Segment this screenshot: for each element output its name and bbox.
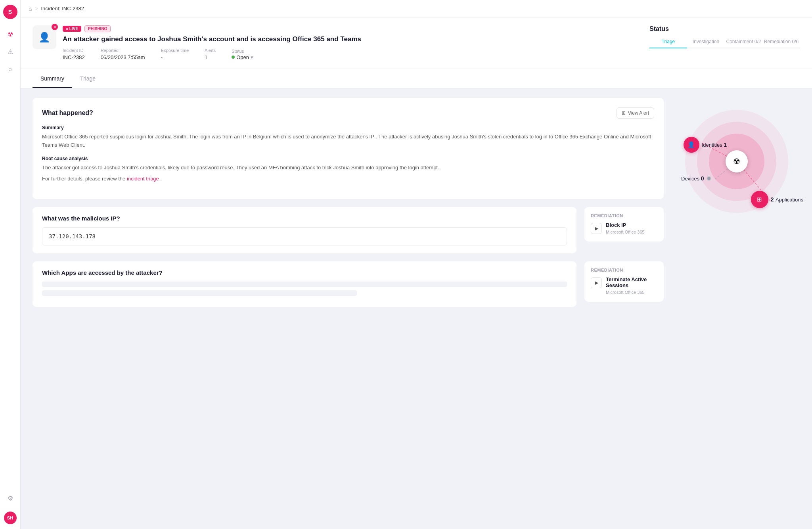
center-threat-icon: ☢ <box>726 150 748 172</box>
ip-value: 37.120.143.178 <box>42 227 567 245</box>
breadcrumb-incident: Incident: INC-2382 <box>41 6 84 12</box>
remediation-item-1: ▶ Block IP Microsoft Office 365 <box>591 222 657 235</box>
tab-summary[interactable]: Summary <box>33 69 72 88</box>
remediation-label-1: Remediation <box>591 213 657 218</box>
threat-circles: ☢ 👤 Identities 1 Devices <box>681 106 792 217</box>
devices-label: Devices 0 <box>681 175 704 182</box>
sidebar: S ☢ ⚠ ⌕ ⚙ SH <box>0 0 21 529</box>
sidebar-item-alerts[interactable]: ⚠ <box>3 44 17 59</box>
user-avatar[interactable]: SH <box>4 512 17 524</box>
incident-title: An attacker gained access to Joshua Smit… <box>63 35 643 43</box>
block-ip-remediation: Remediation ▶ Block IP Microsoft Office … <box>584 207 664 242</box>
incident-main-info: ● LIVE PHISHING An attacker gained acces… <box>63 25 643 61</box>
badge-live: ● LIVE <box>63 26 81 32</box>
body-right: ☢ 👤 Identities 1 Devices <box>673 98 800 307</box>
status-open[interactable]: Open ▾ <box>232 54 253 60</box>
incident-icon: 👤 ⚙ <box>33 25 56 49</box>
incident-triage-link[interactable]: incident triage <box>127 176 161 182</box>
attacker-apps-question: Which Apps are accessed by the attacker? <box>42 269 567 276</box>
block-ip-icon: ▶ <box>591 223 602 234</box>
status-tab-triage[interactable]: Triage <box>649 39 687 48</box>
incident-meta: Incident ID INC-2382 Reported 06/20/2023… <box>63 48 643 61</box>
view-alert-button[interactable]: ⊞ View Alert <box>617 107 654 119</box>
applications-node: ⊞ 2 Applications <box>751 191 803 208</box>
section-header: What happened? ⊞ View Alert <box>42 107 654 119</box>
topbar: ⌂ > Incident: INC-2382 <box>21 0 812 17</box>
devices-dot <box>707 176 711 181</box>
applications-icon: ⊞ <box>751 191 768 208</box>
badge-phishing: PHISHING <box>84 25 111 32</box>
remediation-label-2: Remediation <box>591 268 657 272</box>
status-section: Status Triage Investigation Containment … <box>649 25 800 48</box>
terminate-sessions-remediation: Remediation ▶ Terminate Active Sessions … <box>584 261 664 302</box>
sidebar-item-settings[interactable]: ⚙ <box>3 491 17 505</box>
threat-visualization: ☢ 👤 Identities 1 Devices <box>673 98 800 225</box>
devices-node: Devices 0 <box>681 175 711 182</box>
what-happened-section: What happened? ⊞ View Alert Summary Micr… <box>33 98 664 199</box>
body-layout: What happened? ⊞ View Alert Summary Micr… <box>21 88 812 316</box>
main-area: ⌂ > Incident: INC-2382 👤 ⚙ <box>21 0 812 529</box>
identities-icon: 👤 <box>684 137 699 153</box>
attacker-apps-card: Which Apps are accessed by the attacker? <box>33 261 576 307</box>
what-happened-title: What happened? <box>42 109 93 117</box>
malicious-ip-card: What was the malicious IP? 37.120.143.17… <box>33 207 576 253</box>
body-left: What happened? ⊞ View Alert Summary Micr… <box>33 98 664 307</box>
app-logo[interactable]: S <box>3 5 17 19</box>
incident-icon-badge: ⚙ <box>52 24 58 30</box>
status-tabs: Triage Investigation Containment 0/2 Rem… <box>649 39 800 48</box>
terminate-sessions-text: Terminate Active Sessions Microsoft Offi… <box>606 276 657 295</box>
identities-label: Identities 1 <box>702 141 727 148</box>
root-cause-text: The attacker got access to Joshua Smith'… <box>42 164 654 172</box>
incident-badges: ● LIVE PHISHING <box>63 25 643 32</box>
status-title: Status <box>649 25 800 33</box>
applications-label: 2 Applications <box>771 196 803 203</box>
malicious-ip-question: What was the malicious IP? <box>42 215 567 222</box>
skeleton-line-2 <box>42 290 357 296</box>
breadcrumb-separator: > <box>35 6 38 12</box>
identities-node: 👤 Identities 1 <box>684 137 727 153</box>
exposure-meta: Exposure time - <box>161 48 189 61</box>
status-tab-containment[interactable]: Containment 0/2 <box>725 39 762 48</box>
terminate-icon: ▶ <box>591 277 602 288</box>
summary-text: Microsoft Office 365 reported suspicious… <box>42 133 654 150</box>
incident-id-meta: Incident ID INC-2382 <box>63 48 85 61</box>
main-content: 👤 ⚙ ● LIVE PHISHING An attacker gained a… <box>21 17 812 529</box>
status-tab-remediation[interactable]: Remediation 0/6 <box>762 39 800 48</box>
root-cause-label: Root cause analysis <box>42 156 654 161</box>
tab-triage[interactable]: Triage <box>72 69 103 88</box>
remediation-item-2: ▶ Terminate Active Sessions Microsoft Of… <box>591 276 657 295</box>
sidebar-item-incidents[interactable]: ☢ <box>3 27 17 41</box>
alert-icon: ⊞ <box>622 110 626 116</box>
block-ip-text: Block IP Microsoft Office 365 <box>606 222 645 235</box>
skeleton-line-1 <box>42 282 567 287</box>
sidebar-item-search[interactable]: ⌕ <box>3 62 17 76</box>
summary-label: Summary <box>42 125 654 130</box>
alerts-meta: Alerts 1 <box>205 48 216 61</box>
incident-header: 👤 ⚙ ● LIVE PHISHING An attacker gained a… <box>21 17 812 69</box>
status-meta: Status Open ▾ <box>232 49 253 60</box>
home-icon[interactable]: ⌂ <box>29 6 32 12</box>
status-dot <box>232 56 235 59</box>
reported-meta: Reported 06/20/2023 7:55am <box>101 48 145 61</box>
status-tab-investigation[interactable]: Investigation <box>687 39 725 48</box>
further-details-text: For further details, please review the i… <box>42 175 654 183</box>
page-tabs: Summary Triage <box>21 69 812 88</box>
